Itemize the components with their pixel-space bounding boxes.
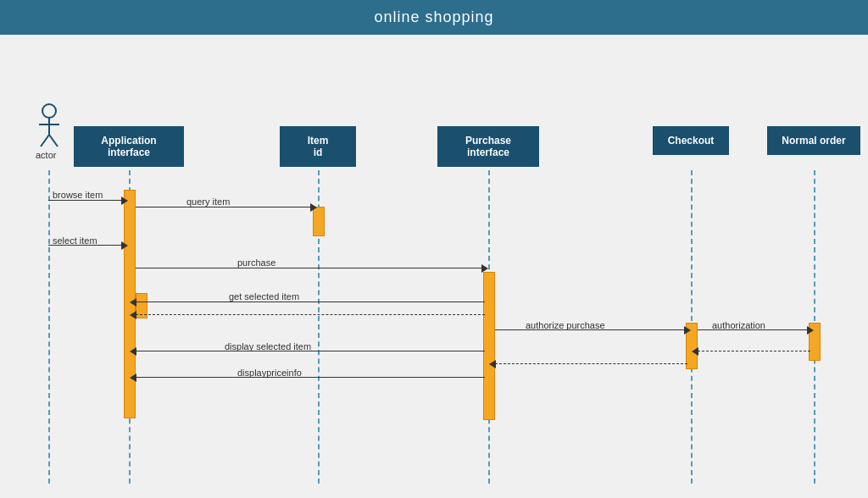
label-purchase: purchase xyxy=(237,257,275,268)
diagram-title: online shopping xyxy=(374,8,493,25)
actor-figure xyxy=(32,102,66,149)
arrowhead-select-item xyxy=(121,241,128,250)
arrowhead-dashed-normal-checkout xyxy=(692,347,698,356)
diagram-area: actor Applicationinterface Itemid Purcha… xyxy=(0,35,868,498)
arrow-dashed-normal-checkout xyxy=(698,351,810,351)
label-displaypriceinfo: displaypriceinfo xyxy=(237,368,302,378)
arrow-query-item xyxy=(136,207,314,208)
lifeline-actor xyxy=(48,170,50,484)
arrow-dashed-1 xyxy=(136,314,485,315)
activation-purchase-1 xyxy=(483,272,495,420)
participant-normal-order: Normal order xyxy=(767,126,860,155)
label-select-item: select item xyxy=(53,235,97,246)
arrowhead-dashed-checkout-purchase xyxy=(489,360,496,368)
participant-purchase: Purchaseinterface xyxy=(437,126,539,167)
label-display-selected: display selected item xyxy=(225,341,311,351)
svg-point-0 xyxy=(42,104,56,118)
arrowhead-dashed-1 xyxy=(130,311,136,319)
arrowhead-get-selected xyxy=(130,298,136,307)
participant-item: Itemid xyxy=(280,126,356,167)
arrow-browse-item xyxy=(48,200,125,201)
arrowhead-display-selected xyxy=(130,347,136,356)
svg-line-4 xyxy=(49,135,58,147)
arrow-displaypriceinfo xyxy=(136,377,485,378)
svg-line-3 xyxy=(41,135,49,147)
participant-app-interface: Applicationinterface xyxy=(74,126,184,167)
arrowhead-query-item xyxy=(310,203,317,212)
arrowhead-displaypriceinfo xyxy=(130,374,136,382)
arrow-purchase xyxy=(136,268,485,268)
label-authorization: authorization xyxy=(712,320,765,330)
label-authorize: authorize purchase xyxy=(526,320,605,330)
arrowhead-purchase xyxy=(481,264,488,273)
arrow-dashed-checkout-purchase xyxy=(495,363,687,364)
label-get-selected: get selected item xyxy=(229,291,299,302)
label-query-item: query item xyxy=(186,196,230,207)
participant-checkout: Checkout xyxy=(653,126,729,155)
arrowhead-browse-item xyxy=(121,196,128,205)
arrowhead-authorization xyxy=(807,326,814,335)
arrow-get-selected xyxy=(136,302,485,302)
arrowhead-authorize xyxy=(684,326,691,335)
actor-label: actor xyxy=(36,150,56,160)
title-bar: online shopping xyxy=(0,0,868,35)
label-browse-item: browse item xyxy=(53,190,103,200)
